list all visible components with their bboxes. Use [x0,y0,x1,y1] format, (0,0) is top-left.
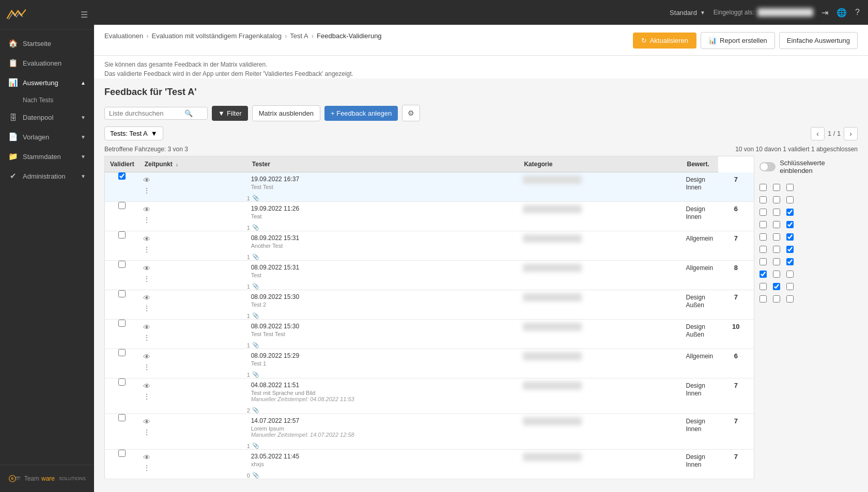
more-icon[interactable]: ⋮ [142,362,245,372]
row-checkbox[interactable] [118,290,126,297]
sidebar-item-stammdaten[interactable]: 📁 Stammdaten ▼ [0,147,94,166]
row-checkbox[interactable] [118,349,126,356]
row-checkbox[interactable] [118,202,126,209]
cell-validiert[interactable] [105,349,140,378]
search-input[interactable] [109,109,181,117]
more-icon[interactable]: ⋮ [142,463,245,472]
search-box[interactable]: 🔍 [104,107,208,120]
cell-validiert[interactable] [105,261,140,290]
row-checkbox[interactable] [118,172,126,180]
row-checkbox[interactable] [118,414,126,421]
more-icon[interactable]: ⋮ [142,333,245,342]
cell-validiert[interactable] [105,414,140,450]
matrix-checkbox-7-0[interactable] [760,271,767,278]
cell-validiert[interactable] [105,202,140,231]
breadcrumb-test-a[interactable]: Test A [290,32,308,40]
matrix-checkbox-3-2[interactable] [786,221,794,228]
matrix-checkbox-0-1[interactable] [773,184,780,191]
matrix-checkbox-4-2[interactable] [786,233,794,241]
sidebar-item-datenpool[interactable]: 🗄 Datenpool ▼ [0,108,94,127]
sidebar-item-auswertung[interactable]: 📊 Auswertung ▲ [0,73,94,92]
matrix-checkbox-2-1[interactable] [773,209,780,216]
matrix-checkbox-3-0[interactable] [760,221,767,228]
th-zeitpunkt[interactable]: Zeitpunkt ↓ [140,156,247,172]
matrix-checkbox-2-0[interactable] [760,209,767,216]
matrix-checkbox-6-0[interactable] [760,258,767,265]
view-icon[interactable]: 👁 [142,234,245,244]
pagination-next-button[interactable]: › [844,127,858,140]
matrix-checkbox-7-1[interactable] [773,271,780,278]
cell-validiert[interactable] [105,172,140,202]
matrix-checkbox-6-1[interactable] [773,258,780,265]
view-icon[interactable]: 👁 [142,176,245,185]
cell-validiert[interactable] [105,290,140,320]
cell-validiert[interactable] [105,231,140,261]
logo[interactable] [6,7,26,22]
sidebar-toggle-icon[interactable]: ☰ [81,10,88,20]
sidebar-item-vorlagen[interactable]: 📄 Vorlagen ▼ [0,127,94,147]
cell-validiert[interactable] [105,320,140,349]
view-icon[interactable]: 👁 [142,352,245,361]
view-icon[interactable]: 👁 [142,323,245,332]
view-icon[interactable]: 👁 [142,453,245,462]
more-icon[interactable]: ⋮ [142,427,245,437]
view-icon[interactable]: 👁 [142,264,245,273]
matrix-checkbox-4-1[interactable] [773,233,780,241]
view-icon[interactable]: 👁 [142,382,245,391]
matrix-checkbox-8-1[interactable] [773,283,780,290]
matrix-toggle-button[interactable]: Matrix ausblenden [252,105,320,121]
matrix-toggle-switch[interactable] [760,162,776,171]
matrix-checkbox-0-0[interactable] [760,184,767,191]
globe-icon[interactable]: 🌐 [836,8,847,18]
matrix-checkbox-1-0[interactable] [760,196,767,203]
sidebar-item-nach-tests[interactable]: Nach Tests [0,92,94,108]
aktualisieren-button[interactable]: ↻ Aktualisieren [633,33,696,49]
report-erstellen-button[interactable]: 📊 Report erstellen [701,32,775,49]
more-icon[interactable]: ⋮ [142,304,245,313]
matrix-checkbox-2-2[interactable] [786,209,794,216]
row-checkbox[interactable] [118,320,126,327]
sidebar-item-evaluationen[interactable]: 📋 Evaluationen [0,53,94,73]
search-icon[interactable]: 🔍 [184,109,193,117]
matrix-checkbox-9-2[interactable] [786,295,794,303]
matrix-checkbox-3-1[interactable] [773,221,780,228]
einfache-auswertung-button[interactable]: Einfache Auswertung [779,32,858,49]
more-icon[interactable]: ⋮ [142,186,245,195]
filter-button[interactable]: ▼ Filter [212,106,248,121]
settings-button[interactable]: ⚙ [402,105,420,121]
more-icon[interactable]: ⋮ [142,245,245,254]
sidebar-item-administration[interactable]: ✔ Administration ▼ [0,166,94,186]
matrix-checkbox-0-2[interactable] [786,184,794,191]
breadcrumb-evaluationen[interactable]: Evaluationen [104,32,143,40]
matrix-checkbox-5-1[interactable] [773,246,780,253]
matrix-checkbox-5-0[interactable] [760,246,767,253]
cell-validiert[interactable] [105,450,140,479]
matrix-checkbox-9-0[interactable] [760,295,767,303]
matrix-checkbox-8-0[interactable] [760,283,767,290]
row-checkbox[interactable] [118,231,126,239]
pagination-prev-button[interactable]: ‹ [811,127,825,140]
view-icon[interactable]: 👁 [142,293,245,303]
more-icon[interactable]: ⋮ [142,215,245,225]
matrix-checkbox-1-2[interactable] [786,196,794,203]
matrix-checkbox-7-2[interactable] [786,271,794,278]
cell-validiert[interactable] [105,378,140,414]
more-icon[interactable]: ⋮ [142,274,245,283]
test-selector[interactable]: Tests: Test A ▼ [104,126,163,140]
more-icon[interactable]: ⋮ [142,392,245,401]
matrix-checkbox-1-1[interactable] [773,196,780,203]
matrix-checkbox-4-0[interactable] [760,233,767,241]
sidebar-item-startseite[interactable]: 🏠 Startseite [0,34,94,53]
profile-dropdown[interactable]: Standard ▼ [670,9,705,17]
help-icon[interactable]: ? [855,8,860,17]
matrix-checkbox-6-2[interactable] [786,258,794,265]
logout-icon[interactable]: ⇥ [822,8,828,18]
breadcrumb-evaluation[interactable]: Evaluation mit vollständigem Fragenkatal… [152,32,282,40]
matrix-checkbox-9-1[interactable] [773,295,780,303]
matrix-checkbox-5-2[interactable] [786,246,794,253]
add-feedback-button[interactable]: + Feedback anlegen [324,106,398,121]
row-checkbox[interactable] [118,450,126,457]
view-icon[interactable]: 👁 [142,205,245,214]
matrix-checkbox-8-2[interactable] [786,283,794,290]
view-icon[interactable]: 👁 [142,417,245,426]
